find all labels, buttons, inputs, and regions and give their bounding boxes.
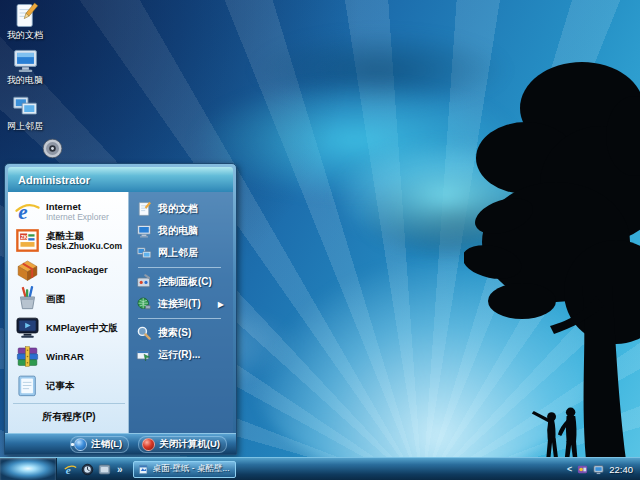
item-title: WinRAR (46, 351, 84, 362)
start-menu-left-column: e Internet Internet Explorer ZK (8, 192, 129, 433)
start-menu-footer: 注销(L) 关闭计算机(U) (5, 433, 236, 454)
item-title: 桌酷主题 (46, 230, 122, 241)
internet-explorer-icon: e (15, 199, 40, 224)
tray-collapse-icon[interactable]: < (567, 464, 572, 474)
shutdown-orb-icon (142, 438, 155, 451)
winrar-icon (15, 344, 40, 369)
kmplayer-icon (15, 315, 40, 340)
desktop-icon-label: 我的电脑 (2, 75, 48, 85)
search-icon (136, 325, 152, 341)
logoff-button[interactable]: 注销(L) (70, 436, 129, 453)
tray-display-icon[interactable] (593, 464, 604, 475)
start-menu-item-kmplayer[interactable]: KMPlayer中文版 (13, 313, 125, 342)
desktop-icon-label: 网上邻居 (2, 121, 48, 131)
task-button-wallpaper-window[interactable]: 桌面·壁纸 - 桌酷壁... (133, 461, 236, 478)
start-menu-item-my-computer[interactable]: 我的电脑 (134, 220, 229, 242)
item-label: 搜索(S) (158, 326, 191, 340)
item-title: Internet (46, 201, 109, 212)
media-player-quicklaunch-icon[interactable] (81, 463, 94, 476)
disc-icon[interactable] (41, 137, 64, 160)
item-title: IconPackager (46, 264, 108, 275)
svg-text:ZK: ZK (21, 234, 28, 240)
network-places-small-icon (136, 245, 152, 261)
shutdown-button[interactable]: 关闭计算机(U) (138, 436, 227, 453)
connect-to-icon (136, 296, 152, 312)
tray-app-icon[interactable] (577, 464, 588, 475)
item-title: KMPlayer中文版 (46, 322, 118, 333)
my-documents-small-icon (136, 201, 152, 217)
desktop-screen: 我的文档 我的电脑 网上邻居 Administrator (0, 0, 640, 480)
window-task-icon (138, 464, 149, 475)
my-computer-small-icon (136, 223, 152, 239)
item-title: 画图 (46, 293, 65, 304)
all-programs-button[interactable]: 所有程序(P) (13, 403, 125, 429)
start-menu-item-paint[interactable]: 画图 (13, 284, 125, 313)
start-menu-item-control-panel[interactable]: 控制面板(C) (134, 271, 229, 293)
username: Administrator (18, 174, 90, 186)
start-button[interactable] (0, 458, 57, 480)
paint-icon (15, 286, 40, 311)
my-documents-icon (12, 2, 39, 29)
start-menu-item-winrar[interactable]: WinRAR (13, 342, 125, 371)
item-subtitle: Desk.ZhuoKu.Com (46, 241, 122, 252)
start-menu-item-connect-to[interactable]: 连接到(T) ▶ (134, 293, 229, 315)
start-menu-item-run[interactable]: 运行(R)... (134, 344, 229, 366)
item-subtitle: Internet Explorer (46, 212, 109, 223)
start-menu-item-iconpackager[interactable]: IconPackager (13, 255, 125, 284)
item-label: 运行(R)... (158, 348, 200, 362)
desktop-icon-my-computer[interactable]: 我的电脑 (2, 47, 48, 85)
system-tray: < 22:40 (567, 464, 640, 475)
iconpackager-icon (15, 257, 40, 282)
start-menu-item-search[interactable]: 搜索(S) (134, 322, 229, 344)
notepad-icon (15, 373, 40, 398)
shutdown-label: 关闭计算机(U) (159, 438, 220, 451)
desktop-icon-network-places[interactable]: 网上邻居 (2, 93, 48, 131)
start-menu-item-internet[interactable]: e Internet Internet Explorer (13, 197, 125, 226)
folder-quicklaunch-icon[interactable] (98, 463, 111, 476)
submenu-arrow-icon: ▶ (218, 300, 227, 309)
task-button-label: 桌面·壁纸 - 桌酷壁... (153, 463, 230, 475)
menu-divider (138, 267, 221, 268)
start-menu-item-notepad[interactable]: 记事本 (13, 371, 125, 400)
svg-text:e: e (18, 200, 27, 224)
logoff-orb-icon (74, 438, 87, 451)
item-label: 连接到(T) (158, 297, 201, 311)
item-label: 我的电脑 (158, 224, 198, 238)
quicklaunch-overflow-icon[interactable]: » (115, 464, 125, 475)
item-label: 我的文档 (158, 202, 198, 216)
item-label: 控制面板(C) (158, 275, 212, 289)
tree-silhouette (464, 46, 640, 460)
start-menu: Administrator e Internet Internet Explor… (4, 163, 237, 455)
desktop-icon-my-documents[interactable]: 我的文档 (2, 2, 48, 40)
start-menu-header: Administrator (8, 167, 233, 192)
menu-divider (138, 318, 221, 319)
taskbar: e » 桌面·壁纸 - 桌酷壁... (0, 457, 640, 480)
logoff-label: 注销(L) (91, 438, 122, 451)
item-label: 网上邻居 (158, 246, 198, 260)
start-menu-item-network-places[interactable]: 网上邻居 (134, 242, 229, 264)
item-title: 记事本 (46, 380, 75, 391)
zhuoku-theme-icon: ZK (15, 228, 40, 253)
my-computer-icon (12, 47, 39, 74)
run-icon (136, 347, 152, 363)
quick-launch-bar: e » (57, 463, 130, 476)
desktop-icon-label: 我的文档 (2, 30, 48, 40)
taskbar-clock[interactable]: 22:40 (609, 464, 633, 475)
start-menu-right-column: 我的文档 我的电脑 (129, 192, 233, 433)
footer-dot (71, 443, 74, 446)
start-menu-item-zhuoku-theme[interactable]: ZK 桌酷主题 Desk.ZhuoKu.Com (13, 226, 125, 255)
internet-explorer-quicklaunch-icon[interactable]: e (64, 463, 77, 476)
svg-text:e: e (66, 463, 71, 475)
network-places-icon (12, 93, 39, 120)
start-menu-item-my-documents[interactable]: 我的文档 (134, 198, 229, 220)
control-panel-icon (136, 274, 152, 290)
